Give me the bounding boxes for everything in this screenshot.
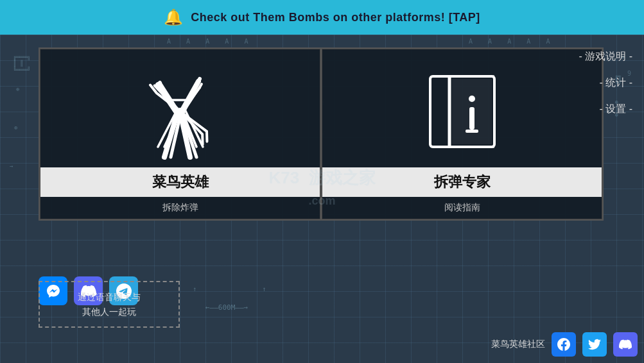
- twitter-button[interactable]: [582, 332, 607, 357]
- expert-title-bar[interactable]: 拆弹专家: [322, 167, 602, 197]
- game-cards-container: 菜鸟英雄 拆除炸弹: [39, 47, 604, 221]
- game-description-menu-item[interactable]: - 游戏说明 -: [573, 47, 638, 66]
- stats-menu-item[interactable]: - 统计 -: [594, 74, 638, 92]
- book-svg: [414, 63, 510, 160]
- novice-card[interactable]: 菜鸟英雄 拆除炸弹: [40, 49, 320, 219]
- svg-rect-18: [469, 107, 474, 130]
- expert-subtitle: 阅读指南: [322, 197, 602, 219]
- bp-deco-1: ╔═══╗║ ║╚═══╝: [13, 54, 30, 73]
- facebook-icon: [557, 338, 570, 351]
- svg-point-17: [469, 96, 475, 102]
- svg-point-13: [176, 110, 185, 119]
- bp-deco-2: ⊕: [16, 86, 19, 92]
- bell-icon: 🔔: [164, 8, 183, 26]
- discord-bottom-icon: [619, 338, 632, 351]
- bp-top-labels2: A A A A A: [469, 38, 550, 45]
- bottom-right-social: 菜鸟英雄社区: [491, 332, 638, 357]
- discord-bottom-button[interactable]: [613, 332, 638, 357]
- voice-chat-line2: 其他人一起玩: [82, 307, 136, 317]
- novice-subtitle: 拆除炸弹: [40, 197, 320, 219]
- pliers-icon-svg: [129, 62, 232, 162]
- voice-chat-line1: 通过语音聊天与: [78, 292, 141, 302]
- expert-card[interactable]: 拆弹专家 阅读指南: [322, 49, 602, 219]
- svg-rect-19: [466, 130, 478, 133]
- notification-bar[interactable]: 🔔 Check out Them Bombs on other platform…: [0, 0, 644, 35]
- bp-deco-3: ⊕: [14, 124, 17, 131]
- bp-top-labels: A A A A A: [167, 38, 248, 45]
- expert-card-icon: [411, 62, 514, 161]
- bp-label-distance: ←——600M——→: [205, 303, 248, 312]
- voice-chat-box[interactable]: 通过语音聊天与 其他人一起玩: [39, 281, 180, 328]
- bp-arrows: ↑ ↑: [193, 285, 266, 292]
- twitter-icon: [588, 338, 601, 351]
- settings-menu-item[interactable]: - 设置 -: [594, 100, 638, 119]
- novice-title: 菜鸟英雄: [152, 174, 209, 190]
- expert-title: 拆弹专家: [434, 174, 491, 190]
- notification-text: Check out Them Bombs on other platforms!…: [191, 11, 480, 24]
- right-menu: - 游戏说明 - - 统计 - - 设置 -: [573, 47, 638, 119]
- facebook-button[interactable]: [552, 332, 576, 357]
- community-label: 菜鸟英雄社区: [491, 339, 545, 350]
- novice-title-bar[interactable]: 菜鸟英雄: [40, 167, 320, 197]
- bp-deco-4: →: [10, 163, 13, 169]
- main-area: ╔═══╗║ ║╚═══╝ ⊕ ⊕ → ⊕|⊕ ←——600M——→ ↑ ↑ ⊕…: [0, 35, 644, 363]
